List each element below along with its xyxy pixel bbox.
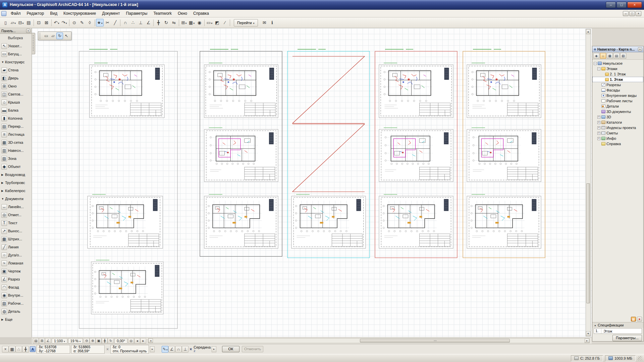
layout-sheet[interactable] <box>204 128 278 182</box>
previous-view-icon[interactable]: ◂ <box>134 338 140 344</box>
tree-expander-icon[interactable]: + <box>597 126 600 129</box>
close-button[interactable]: × <box>627 2 642 8</box>
orientation-icon[interactable]: ∠ <box>45 338 51 344</box>
pages-icon[interactable]: ▤ <box>33 338 39 344</box>
trim-icon[interactable]: ✂ <box>104 19 111 26</box>
coordinate-a-icon[interactable]: A <box>30 346 36 352</box>
tree-expander-icon[interactable]: + <box>597 137 600 140</box>
door-tool[interactable]: ◧ Дверь <box>0 74 32 82</box>
scale-selector[interactable]: 1:100 <box>52 338 67 344</box>
pen-set-icon[interactable]: ◉ <box>196 19 203 26</box>
project-chooser-tab[interactable]: ◈ <box>593 53 599 59</box>
layout-sheet[interactable] <box>291 194 366 248</box>
arrow-tool[interactable]: ↖ Указат... <box>0 42 32 50</box>
tree-item-info[interactable]: + Инфо <box>592 136 643 141</box>
tree-item-story-1[interactable]: 1. Этаж <box>592 77 643 82</box>
scroll-right-icon[interactable] <box>585 339 589 343</box>
layout-sheet[interactable] <box>467 63 541 118</box>
teamwork-message-icon[interactable]: ✉ <box>261 19 268 26</box>
tree-expander-icon[interactable]: + <box>597 132 600 135</box>
pan-icon[interactable]: ╋ <box>102 338 108 344</box>
child-close-button[interactable]: × <box>636 11 641 16</box>
pipework-section[interactable]: ▶ Трубопровс <box>0 179 32 187</box>
menu-item[interactable]: Вид <box>47 10 60 17</box>
special-snap-icon[interactable]: ∩ <box>175 346 182 353</box>
dimension-tool[interactable]: ↔ Линейн... <box>0 203 32 211</box>
view-map-tab[interactable]: ▦ <box>607 53 613 59</box>
move-icon[interactable]: ╋ <box>155 19 162 26</box>
orbit-icon[interactable]: ◎ <box>128 338 134 344</box>
zone-tool[interactable]: ▨ Зона <box>0 155 32 163</box>
tree-item-catalogs[interactable]: + Каталоги <box>592 120 643 125</box>
section-tool[interactable]: ∠ Разрез <box>0 275 32 283</box>
tracker-ra-box[interactable]: δr:518865 α:358,59° <box>71 345 105 354</box>
pen-icon[interactable]: ✎ <box>78 19 86 26</box>
layout-sheet[interactable] <box>467 128 541 182</box>
tracker-z-box[interactable]: δz:0 отн. Проектный нуль <box>110 345 149 354</box>
undo-icon[interactable]: ↶ <box>53 19 60 26</box>
magic-wand-icon[interactable]: ★ <box>96 19 104 26</box>
drawing-canvas[interactable]: ▭▱↻↖ <box>32 28 592 337</box>
pointer-mini-icon[interactable]: ↖ <box>63 33 70 39</box>
marquee-mini-icon[interactable]: ▭ <box>43 33 50 39</box>
delete-item-icon[interactable]: × <box>637 317 642 321</box>
roof-tool[interactable]: ⌂ Крыша <box>0 98 32 106</box>
menu-item[interactable]: Окно <box>175 10 190 17</box>
tree-item-interior-views[interactable]: Внутренние виды <box>592 93 643 98</box>
beam-tool[interactable]: ▬ Балка <box>0 106 32 114</box>
mesh-tool[interactable]: ▦ 3D-сетка <box>0 138 32 146</box>
cursor-snap-icon[interactable]: ✎ <box>162 346 168 353</box>
grid-snap-icon[interactable]: ⊞ <box>180 19 188 26</box>
layout-sheet[interactable] <box>379 128 453 182</box>
tree-expander-icon[interactable]: + <box>597 116 600 119</box>
tree-item-worksheets[interactable]: Рабочие листы <box>592 98 643 104</box>
mirror-icon[interactable]: ⇋ <box>170 19 178 26</box>
layout-sheet[interactable] <box>204 63 278 118</box>
design-section[interactable]: ▼ Конструирс <box>0 58 32 66</box>
polyline-tool[interactable]: ≈ Ломаная <box>0 259 32 267</box>
child-minimize-button[interactable]: – <box>623 11 629 16</box>
tree-item-3d[interactable]: + 3D <box>592 114 643 120</box>
print-icon[interactable]: ▤ <box>25 19 33 26</box>
document-section[interactable]: ▼ Документи <box>0 195 32 203</box>
object-tool[interactable]: ◆ Объект <box>0 163 32 171</box>
split-icon[interactable]: ╱ <box>111 19 119 26</box>
layout-sheet[interactable] <box>88 194 163 248</box>
menu-item[interactable]: Справка <box>190 10 212 17</box>
scroll-up-icon[interactable] <box>586 29 590 34</box>
help-icon[interactable]: ℹ <box>268 19 276 26</box>
fit-view-icon[interactable]: ▣ <box>96 338 102 344</box>
rotate-icon[interactable]: ↻ <box>162 19 170 26</box>
snap-guides-icon[interactable]: ∩ <box>121 19 129 26</box>
tree-item-project[interactable]: − Никульское <box>592 61 643 66</box>
line-tool[interactable]: ╱ Линия <box>0 243 32 251</box>
wall-tool[interactable]: ▰ Стена <box>0 66 32 74</box>
slab-tool[interactable]: ▤ Перекр... <box>0 122 32 130</box>
tree-item-elevations[interactable]: Фасады <box>592 87 643 93</box>
tree-item-help[interactable]: Справка <box>592 141 643 146</box>
tracker-cancel-icon[interactable]: × <box>2 346 9 353</box>
tracker-expand-icon[interactable] <box>150 346 155 352</box>
layout-book-tab[interactable]: ▤ <box>613 53 620 59</box>
column-tool[interactable]: ▮ Колонна <box>0 114 32 122</box>
user-origin-icon[interactable]: ╋ <box>22 346 29 353</box>
snap-expand-icon[interactable] <box>212 346 216 352</box>
curtain-wall-tool[interactable]: ▥ Навесн... <box>0 146 32 155</box>
interior-elevation-tool[interactable]: ◉ Внутре... <box>0 291 32 299</box>
spec-section-header[interactable]: Спецификации <box>592 322 643 328</box>
save-icon[interactable]: ⊟ <box>17 19 25 26</box>
tree-expander-icon[interactable]: − <box>594 62 597 65</box>
rotation-angle-selector[interactable]: 0,00° <box>114 338 127 344</box>
tracker-xy-box[interactable]: δx:518708 δy:-12768 <box>37 345 70 354</box>
gravity-icon[interactable]: ⊥ <box>137 19 145 26</box>
project-map-tab[interactable]: ⌂ <box>600 53 606 59</box>
marquee-tool[interactable]: ▭ Бегущ... <box>0 50 32 58</box>
arc-tool[interactable]: ○ Дуга/о... <box>0 251 32 259</box>
layers-icon[interactable]: ▦ <box>188 19 196 26</box>
tree-item-sections[interactable]: Разрезы <box>592 82 643 87</box>
worksheet-tool[interactable]: ▧ Рабочи... <box>0 299 32 307</box>
minimize-button[interactable]: – <box>606 2 616 8</box>
scroll-down-icon[interactable] <box>586 331 590 336</box>
scrollbar-thumb[interactable] <box>586 183 590 303</box>
tree-expander-icon[interactable]: + <box>597 121 600 124</box>
